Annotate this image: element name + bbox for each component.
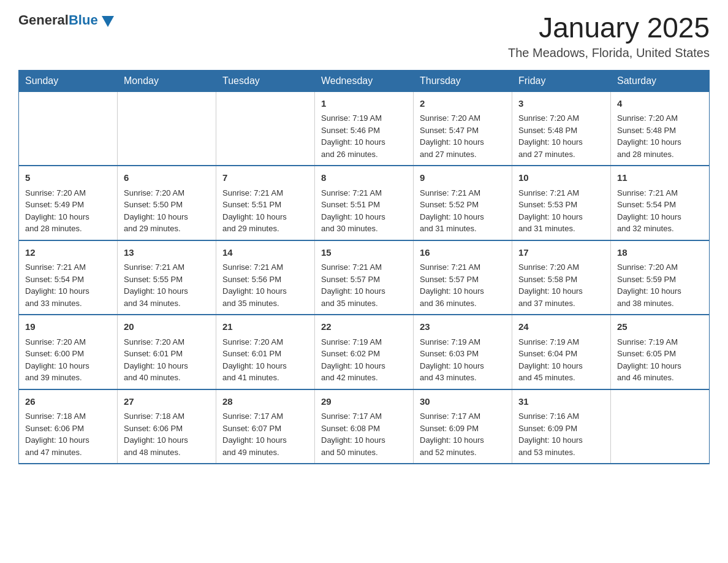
header-cell-wednesday: Wednesday [315,70,414,91]
day-info: Sunrise: 7:20 AM Sunset: 5:48 PM Dayligh… [617,112,703,160]
calendar-cell: 27Sunrise: 7:18 AM Sunset: 6:06 PM Dayli… [118,389,216,464]
calendar-body: 1Sunrise: 7:19 AM Sunset: 5:46 PM Daylig… [19,91,710,464]
day-number: 18 [617,246,703,260]
calendar-cell: 10Sunrise: 7:21 AM Sunset: 5:53 PM Dayli… [512,166,611,240]
calendar-cell: 6Sunrise: 7:20 AM Sunset: 5:50 PM Daylig… [118,166,216,240]
calendar-cell [118,91,216,166]
day-number: 15 [321,246,407,260]
title-area: January 2025 The Meadows, Florida, Unite… [508,12,710,60]
day-number: 10 [518,171,604,185]
calendar-cell: 3Sunrise: 7:20 AM Sunset: 5:48 PM Daylig… [512,91,611,166]
day-info: Sunrise: 7:21 AM Sunset: 5:52 PM Dayligh… [420,187,506,235]
day-info: Sunrise: 7:20 AM Sunset: 6:00 PM Dayligh… [25,336,111,384]
calendar-cell [19,91,118,166]
day-number: 19 [25,320,111,334]
day-info: Sunrise: 7:18 AM Sunset: 6:06 PM Dayligh… [25,410,111,458]
day-number: 20 [124,320,210,334]
day-info: Sunrise: 7:19 AM Sunset: 6:03 PM Dayligh… [420,336,506,384]
day-info: Sunrise: 7:20 AM Sunset: 5:49 PM Dayligh… [25,187,111,235]
calendar-header: SundayMondayTuesdayWednesdayThursdayFrid… [19,70,710,91]
day-info: Sunrise: 7:19 AM Sunset: 6:05 PM Dayligh… [617,336,703,384]
header-cell-monday: Monday [118,70,216,91]
day-number: 24 [518,320,604,334]
day-number: 25 [617,320,703,334]
day-number: 4 [617,97,703,111]
day-info: Sunrise: 7:21 AM Sunset: 5:56 PM Dayligh… [222,261,308,309]
page-header: GeneralBlue January 2025 The Meadows, Fl… [18,12,710,60]
calendar-week-row: 5Sunrise: 7:20 AM Sunset: 5:49 PM Daylig… [19,166,710,240]
day-info: Sunrise: 7:20 AM Sunset: 5:59 PM Dayligh… [617,261,703,309]
day-info: Sunrise: 7:20 AM Sunset: 5:48 PM Dayligh… [518,112,604,160]
calendar-cell: 31Sunrise: 7:16 AM Sunset: 6:09 PM Dayli… [512,389,611,464]
calendar-cell: 22Sunrise: 7:19 AM Sunset: 6:02 PM Dayli… [315,315,414,389]
day-info: Sunrise: 7:21 AM Sunset: 5:53 PM Dayligh… [518,187,604,235]
calendar-cell: 9Sunrise: 7:21 AM Sunset: 5:52 PM Daylig… [414,166,512,240]
calendar-table: SundayMondayTuesdayWednesdayThursdayFrid… [18,70,710,465]
day-number: 11 [617,171,703,185]
calendar-cell: 21Sunrise: 7:20 AM Sunset: 6:01 PM Dayli… [216,315,315,389]
calendar-week-row: 19Sunrise: 7:20 AM Sunset: 6:00 PM Dayli… [19,315,710,389]
day-number: 9 [420,171,506,185]
day-info: Sunrise: 7:17 AM Sunset: 6:08 PM Dayligh… [321,410,407,458]
calendar-cell: 2Sunrise: 7:20 AM Sunset: 5:47 PM Daylig… [414,91,512,166]
calendar-cell: 26Sunrise: 7:18 AM Sunset: 6:06 PM Dayli… [19,389,118,464]
day-info: Sunrise: 7:17 AM Sunset: 6:07 PM Dayligh… [222,410,308,458]
day-info: Sunrise: 7:21 AM Sunset: 5:51 PM Dayligh… [222,187,308,235]
day-number: 23 [420,320,506,334]
header-cell-tuesday: Tuesday [216,70,315,91]
calendar-cell: 30Sunrise: 7:17 AM Sunset: 6:09 PM Dayli… [414,389,512,464]
calendar-cell: 16Sunrise: 7:21 AM Sunset: 5:57 PM Dayli… [414,240,512,315]
calendar-cell: 5Sunrise: 7:20 AM Sunset: 5:49 PM Daylig… [19,166,118,240]
day-info: Sunrise: 7:21 AM Sunset: 5:54 PM Dayligh… [617,187,703,235]
logo-general: General [18,12,69,28]
calendar-cell: 19Sunrise: 7:20 AM Sunset: 6:00 PM Dayli… [19,315,118,389]
day-number: 27 [124,395,210,409]
calendar-cell: 15Sunrise: 7:21 AM Sunset: 5:57 PM Dayli… [315,240,414,315]
calendar-cell: 28Sunrise: 7:17 AM Sunset: 6:07 PM Dayli… [216,389,315,464]
day-info: Sunrise: 7:21 AM Sunset: 5:57 PM Dayligh… [321,261,407,309]
day-info: Sunrise: 7:17 AM Sunset: 6:09 PM Dayligh… [420,410,506,458]
calendar-week-row: 12Sunrise: 7:21 AM Sunset: 5:54 PM Dayli… [19,240,710,315]
day-number: 29 [321,395,407,409]
header-row: SundayMondayTuesdayWednesdayThursdayFrid… [19,70,710,91]
day-info: Sunrise: 7:21 AM Sunset: 5:55 PM Dayligh… [124,261,210,309]
calendar-cell: 18Sunrise: 7:20 AM Sunset: 5:59 PM Dayli… [611,240,710,315]
day-number: 17 [518,246,604,260]
header-cell-sunday: Sunday [19,70,118,91]
calendar-cell: 7Sunrise: 7:21 AM Sunset: 5:51 PM Daylig… [216,166,315,240]
day-info: Sunrise: 7:20 AM Sunset: 6:01 PM Dayligh… [124,336,210,384]
day-info: Sunrise: 7:19 AM Sunset: 6:02 PM Dayligh… [321,336,407,384]
calendar-cell [216,91,315,166]
day-number: 30 [420,395,506,409]
logo-blue: Blue [69,12,98,28]
day-number: 26 [25,395,111,409]
calendar-week-row: 1Sunrise: 7:19 AM Sunset: 5:46 PM Daylig… [19,91,710,166]
calendar-cell: 14Sunrise: 7:21 AM Sunset: 5:56 PM Dayli… [216,240,315,315]
calendar-cell: 24Sunrise: 7:19 AM Sunset: 6:04 PM Dayli… [512,315,611,389]
day-info: Sunrise: 7:20 AM Sunset: 6:01 PM Dayligh… [222,336,308,384]
logo-text: GeneralBlue [18,12,98,28]
day-info: Sunrise: 7:16 AM Sunset: 6:09 PM Dayligh… [518,410,604,458]
logo: GeneralBlue [18,12,114,28]
calendar-cell: 17Sunrise: 7:20 AM Sunset: 5:58 PM Dayli… [512,240,611,315]
calendar-cell: 11Sunrise: 7:21 AM Sunset: 5:54 PM Dayli… [611,166,710,240]
calendar-cell: 12Sunrise: 7:21 AM Sunset: 5:54 PM Dayli… [19,240,118,315]
header-cell-saturday: Saturday [611,70,710,91]
day-number: 6 [124,171,210,185]
day-info: Sunrise: 7:20 AM Sunset: 5:50 PM Dayligh… [124,187,210,235]
day-info: Sunrise: 7:21 AM Sunset: 5:54 PM Dayligh… [25,261,111,309]
day-number: 22 [321,320,407,334]
calendar-cell: 1Sunrise: 7:19 AM Sunset: 5:46 PM Daylig… [315,91,414,166]
logo-triangle-icon [102,16,114,27]
calendar-cell: 25Sunrise: 7:19 AM Sunset: 6:05 PM Dayli… [611,315,710,389]
day-number: 21 [222,320,308,334]
day-number: 8 [321,171,407,185]
header-cell-friday: Friday [512,70,611,91]
day-info: Sunrise: 7:20 AM Sunset: 5:58 PM Dayligh… [518,261,604,309]
day-number: 1 [321,97,407,111]
day-info: Sunrise: 7:21 AM Sunset: 5:51 PM Dayligh… [321,187,407,235]
calendar-cell: 13Sunrise: 7:21 AM Sunset: 5:55 PM Dayli… [118,240,216,315]
calendar-cell: 8Sunrise: 7:21 AM Sunset: 5:51 PM Daylig… [315,166,414,240]
day-number: 2 [420,97,506,111]
day-info: Sunrise: 7:20 AM Sunset: 5:47 PM Dayligh… [420,112,506,160]
